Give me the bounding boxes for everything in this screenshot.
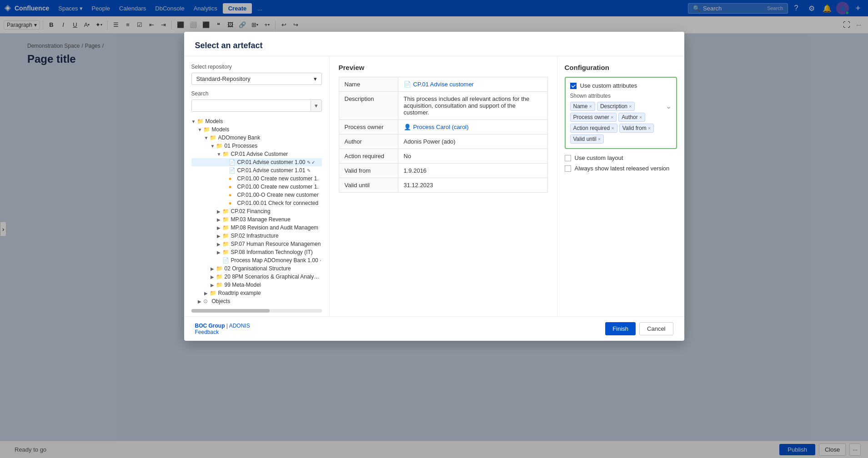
folder-icon: 📁	[210, 134, 217, 141]
repository-select[interactable]: Standard-Repository ▾	[191, 73, 322, 85]
modal-overlay: Select an artefact Select repository Sta…	[0, 0, 868, 458]
attrs-scroll-button[interactable]: ⌄	[666, 102, 672, 110]
edit-icon[interactable]: ✎	[307, 160, 311, 165]
remove-owner-tag[interactable]: ×	[611, 114, 613, 120]
process-icon: ●	[229, 192, 236, 198]
preview-value-validuntil: 31.12.2023	[398, 178, 547, 193]
tree-item-cp010001[interactable]: ● CP.01.00.01 Check for connected	[191, 199, 322, 207]
always-latest-checkbox[interactable]	[565, 165, 571, 172]
attr-tag-valid-from: Valid from ×	[619, 124, 654, 133]
use-custom-attrs-row[interactable]: Use custom attributes	[570, 82, 672, 89]
tree-item-cp01-101[interactable]: 📄 CP.01 Advise customer 1.01 ✎	[191, 166, 322, 174]
check-icon: ✓	[311, 160, 315, 165]
tree-item-cp0100o[interactable]: ● CP.01.00-O Create new customer	[191, 191, 322, 199]
remove-desc-tag[interactable]: ×	[629, 104, 632, 109]
config-panel: Configuration Use custom attributes Show…	[557, 56, 684, 316]
feedback-link[interactable]: Feedback	[195, 329, 219, 335]
cancel-button[interactable]: Cancel	[639, 322, 673, 335]
use-custom-attrs-checkbox[interactable]	[570, 83, 577, 89]
attr-tag-process-owner: Process owner ×	[570, 113, 617, 122]
use-custom-attrs-label: Use custom attributes	[580, 82, 637, 89]
use-custom-layout-row[interactable]: Use custom layout	[565, 154, 677, 161]
use-custom-layout-label: Use custom layout	[575, 154, 623, 161]
edit-icon[interactable]: ✎	[307, 168, 311, 173]
remove-validfrom-tag[interactable]: ×	[648, 125, 651, 131]
tree-item-cp01-folder[interactable]: ▼ 📁 CP.01 Advise Customer	[191, 150, 322, 158]
folder-icon: 📁	[216, 265, 223, 272]
preview-label-validuntil: Valid until	[339, 178, 398, 193]
remove-name-tag[interactable]: ×	[589, 104, 592, 109]
attr-tag-author: Author ×	[618, 113, 645, 122]
person-icon: 👤	[404, 124, 411, 130]
repo-label: Select repository	[191, 64, 322, 70]
process-icon: ●	[229, 200, 236, 206]
finish-button[interactable]: Finish	[605, 322, 636, 335]
tree-item-mp03[interactable]: ▶ 📁 MP.03 Manage Revenue	[191, 215, 322, 224]
tree-item-sp07[interactable]: ▶ 📁 SP.07 Human Resource Managemen	[191, 240, 322, 248]
tree-item-adomoney[interactable]: ▼ 📁 ADOmoney Bank	[191, 134, 322, 142]
shown-attrs-label: Shown attributes	[570, 93, 672, 99]
remove-validuntil-tag[interactable]: ×	[598, 136, 601, 142]
preview-label-owner: Process owner	[339, 120, 398, 134]
preview-panel: Preview Name 📄 CP.01 Advise customer	[330, 56, 557, 316]
preview-row-author: Author Adonis Power (ado)	[339, 134, 547, 149]
tree-item-cp0100-2[interactable]: ● CP.01.00 Create new customer 1.	[191, 183, 322, 191]
preview-row-owner: Process owner 👤 Process Carol (carol)	[339, 120, 547, 134]
left-panel: Select repository Standard-Repository ▾ …	[184, 56, 330, 316]
tree-item-cp0100-1[interactable]: ● CP.01.00 Create new customer 1.	[191, 174, 322, 183]
always-latest-row[interactable]: Always show latest released version	[565, 165, 677, 172]
select-artefact-modal: Select an artefact Select repository Sta…	[184, 32, 684, 341]
preview-label-name: Name	[339, 77, 398, 92]
remove-author-tag[interactable]: ×	[639, 114, 642, 120]
attr-tag-action-required: Action required ×	[570, 124, 617, 133]
preview-row-validfrom: Valid from 1.9.2016	[339, 164, 547, 178]
attrs-tags-container: Name × Description × Process owner × A	[570, 102, 672, 144]
tree-scrollbar-thumb	[191, 309, 270, 313]
remove-action-tag[interactable]: ×	[611, 125, 614, 131]
tree-item-cp02[interactable]: ▶ 📁 CP.02 Financing	[191, 207, 322, 215]
folder-icon: 📁	[216, 274, 223, 280]
modal-body: Select repository Standard-Repository ▾ …	[184, 56, 684, 316]
tree-item-20bpm[interactable]: ▶ 📁 20 8PM Scenarios & Graphical Analyse…	[191, 273, 322, 281]
folder-icon: 📁	[210, 290, 217, 296]
folder-icon: 📁	[222, 249, 230, 255]
tree-item-sp08[interactable]: ▶ 📁 SP.08 Information Technology (IT)	[191, 248, 322, 256]
tree-scrollbar[interactable]	[191, 309, 322, 313]
tree-item-mp08[interactable]: ▶ 📁 MP.08 Revision and Audit Managem	[191, 224, 322, 232]
modal-title: Select an artefact	[195, 41, 673, 50]
tree-item-roadtrip[interactable]: ▶ 📁 Roadtrip example	[191, 289, 322, 297]
tree-item-01processes[interactable]: ▼ 📁 01 Processes	[191, 142, 322, 150]
search-input[interactable]	[192, 100, 311, 111]
tree-item-models[interactable]: ▼ 📁 Models	[191, 125, 322, 134]
artefact-link[interactable]: 📄 CP.01 Advise customer	[404, 81, 542, 88]
tree-item-99meta[interactable]: ▶ 📁 99 Meta-Model	[191, 281, 322, 289]
tree-item-sp02[interactable]: ▶ 📁 SP.02 Infrastructure	[191, 232, 322, 240]
tree-item-processmap[interactable]: 📄 Process Map ADOmoney Bank 1.00 ·	[191, 256, 322, 264]
custom-attrs-box: Use custom attributes Shown attributes N…	[565, 77, 677, 149]
use-custom-layout-checkbox[interactable]	[565, 155, 571, 161]
search-submit-button[interactable]: ▾	[311, 100, 321, 111]
config-title: Configuration	[565, 64, 677, 71]
tree-item-models-root[interactable]: ▼ 📁 Models	[191, 117, 322, 125]
adonis-link[interactable]: ADONIS	[229, 323, 250, 329]
footer-buttons: Finish Cancel	[605, 322, 673, 335]
tree-item-cp01-100[interactable]: 📄 CP.01 Advise customer 1.00 ✎ ✓	[191, 158, 322, 166]
preview-label-author: Author	[339, 134, 398, 149]
search-label: Search	[191, 90, 322, 97]
attr-tag-name: Name ×	[570, 102, 595, 111]
file-icon: 📄	[229, 159, 236, 165]
preview-label-validfrom: Valid from	[339, 164, 398, 178]
attr-tag-valid-until: Valid until ×	[570, 134, 604, 144]
process-owner-link[interactable]: 👤 Process Carol (carol)	[404, 124, 542, 130]
chevron-down-icon: ▾	[314, 75, 317, 82]
tree-item-objects[interactable]: ▶ ⊙ Objects	[191, 297, 322, 305]
modal-header: Select an artefact	[184, 32, 684, 56]
preview-value-owner: 👤 Process Carol (carol)	[398, 120, 547, 134]
folder-icon: 📁	[222, 224, 230, 231]
folder-icon: 📁	[222, 241, 230, 247]
folder-icon: 📁	[216, 143, 223, 149]
objects-icon: ⊙	[203, 298, 211, 304]
tree-item-02org[interactable]: ▶ 📁 02 Organisational Structure	[191, 264, 322, 273]
folder-icon: 📁	[222, 208, 230, 214]
preview-value-name: 📄 CP.01 Advise customer	[398, 77, 547, 92]
